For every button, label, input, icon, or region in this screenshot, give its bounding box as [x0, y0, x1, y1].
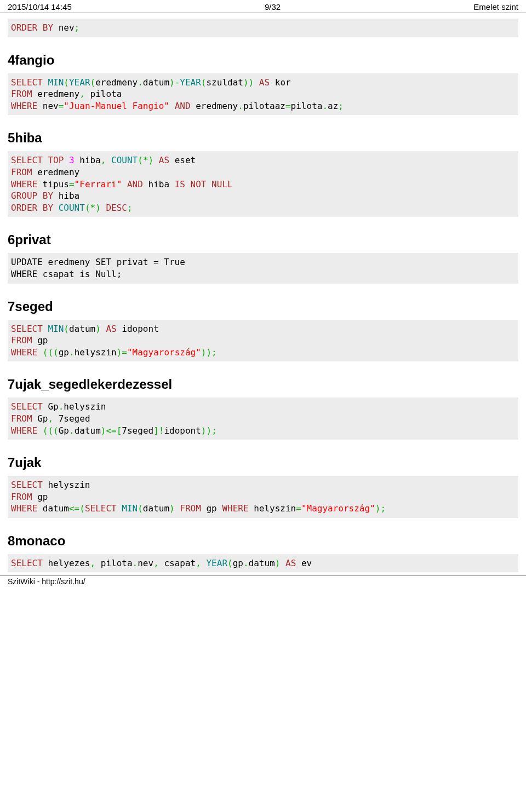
punct: . [59, 401, 64, 412]
kw: SELECT [11, 324, 43, 334]
paren: ) [375, 503, 381, 514]
id: nev [138, 558, 153, 568]
paren: ( [90, 77, 96, 88]
id: gp [32, 492, 48, 502]
kw: SELECT [11, 401, 43, 412]
id: helyszin [64, 401, 106, 412]
paren: ( [138, 503, 143, 514]
id: datum [249, 558, 275, 568]
fn: YEAR [180, 77, 201, 88]
id: csapat [159, 558, 196, 568]
kw: AS [259, 77, 270, 88]
punct: , [79, 89, 85, 99]
paren: ) [249, 77, 254, 88]
id: pilotaaz [243, 101, 285, 111]
id: datum [143, 77, 169, 88]
kw: ORDER [11, 22, 37, 33]
paren: ) [101, 425, 106, 436]
paren: ) [169, 503, 175, 514]
punct: * [90, 203, 96, 213]
paren: ( [85, 203, 90, 213]
heading-5hiba: 5hiba [8, 130, 518, 146]
page-header: 2015/10/14 14:45 9/32 Emelet szint [0, 0, 526, 13]
id: eredmeny [191, 101, 238, 111]
paren: ( [138, 155, 143, 165]
str: "Magyarország" [127, 347, 201, 358]
kw: FROM [11, 335, 32, 345]
paren: ) [95, 324, 101, 334]
punct: , [196, 558, 201, 568]
punct: ; [127, 203, 133, 213]
id: eset [169, 155, 196, 165]
paren: )) [201, 347, 211, 358]
punct: = [122, 347, 127, 358]
id: eredmeny [95, 77, 138, 88]
paren: )) [201, 425, 211, 436]
heading-7ujak: 7ujak [8, 455, 518, 470]
id: idopont [164, 425, 201, 436]
id: hiba [75, 155, 101, 165]
id: Gp [32, 413, 48, 424]
kw: BY [43, 191, 53, 201]
footer-text: SzitWiki - http://szit.hu/ [8, 577, 85, 586]
kw: GROUP [11, 191, 37, 201]
heading-8monaco: 8monaco [8, 533, 518, 549]
id: helyezes [43, 558, 90, 568]
fn: YEAR [69, 77, 90, 88]
id: gp [201, 503, 222, 514]
punct: , [153, 558, 159, 568]
line: UPDATE eredmeny SET privat = True [11, 257, 185, 267]
id: helyszin [43, 480, 90, 490]
punct: ; [75, 22, 80, 33]
punct: <= [69, 503, 79, 514]
line: WHERE csapat is Null; [11, 269, 122, 279]
heading-6privat: 6privat [8, 232, 518, 247]
punct: . [238, 101, 243, 111]
id: gp [233, 558, 243, 568]
paren: ) [95, 203, 101, 213]
paren: ) [148, 155, 154, 165]
bracket: [ [117, 425, 122, 436]
header-title: Emelet szint [473, 2, 518, 11]
id: Gp [59, 425, 69, 436]
fn: COUNT [111, 155, 138, 165]
id: szuldat [206, 77, 243, 88]
id: pilota [85, 89, 122, 99]
kw: TOP [48, 155, 64, 165]
id: hiba [143, 179, 175, 189]
code-block-7ujak: SELECT helyszin FROM gp WHERE datum<=(SE… [8, 476, 518, 518]
kw: BY [43, 22, 53, 33]
paren: ((( [43, 347, 59, 358]
punct: . [69, 425, 75, 436]
num: 3 [69, 155, 75, 165]
kw: DESC [106, 203, 127, 213]
punct: , [101, 155, 106, 165]
kw: FROM [11, 167, 32, 177]
code-block-7seged: SELECT MIN(datum) AS idopont FROM gp WHE… [8, 320, 518, 362]
header-pagenum: 9/32 [265, 2, 281, 11]
heading-7ujak-segedlekerdezessel: 7ujak_segedlekerdezessel [8, 377, 518, 392]
kw: WHERE [222, 503, 248, 514]
id: nev [53, 22, 75, 33]
kw: WHERE [11, 425, 37, 436]
kw: SELECT [11, 155, 43, 165]
paren: ) [243, 77, 249, 88]
kw: AND [175, 101, 191, 111]
code-block-orderby: ORDER BY nev; [8, 19, 518, 37]
code-block-5hiba: SELECT TOP 3 hiba, COUNT(*) AS eset FROM… [8, 151, 518, 217]
punct: , [48, 413, 53, 424]
punct: = [69, 179, 75, 189]
paren: ( [227, 558, 233, 568]
kw: NOT [191, 179, 207, 189]
id: Gp [43, 401, 59, 412]
kw: SELECT [85, 503, 117, 514]
id: 7seged [53, 413, 90, 424]
punct: = [285, 101, 291, 111]
paren: ) [117, 347, 122, 358]
id: datum [69, 324, 95, 334]
paren: ( [64, 77, 69, 88]
id: helyszin [75, 347, 117, 358]
paren: ) [275, 558, 281, 568]
fn: COUNT [59, 203, 85, 213]
punct: . [243, 558, 249, 568]
